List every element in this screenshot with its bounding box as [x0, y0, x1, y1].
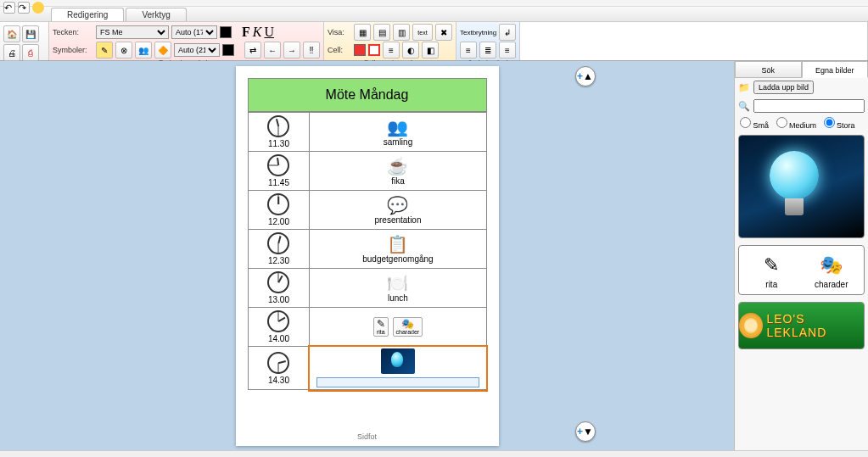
textwrap-label: Textbrytning — [460, 29, 496, 36]
visa-clear-icon[interactable]: ✖ — [435, 24, 452, 41]
lunch-icon: 🍽️ — [311, 273, 484, 293]
main-tabstrip: ↶ ↷ Redigering Verktyg — [0, 7, 868, 22]
size-small-radio[interactable] — [740, 117, 751, 128]
align-right-icon[interactable]: ≡ — [499, 42, 516, 59]
redo-icon[interactable]: ↷ — [18, 2, 30, 14]
fika-icon: ☕ — [311, 156, 484, 176]
fontsize-select[interactable]: Auto (17) — [171, 25, 217, 39]
upload-folder-icon[interactable]: 📁 — [738, 82, 750, 93]
table-row: 14.00 ✎rita 🎭charader — [248, 308, 486, 347]
cell-text-input[interactable] — [316, 377, 479, 387]
schedule-table: 11.30👥samling 11.45☕fika 12.00💬presentat… — [248, 112, 487, 390]
tab-verktyg[interactable]: Verktyg — [126, 8, 186, 21]
inserted-image-thumb[interactable] — [381, 348, 415, 374]
undo-icon[interactable]: ↶ — [3, 2, 15, 14]
sym-color-swatch[interactable] — [222, 44, 234, 56]
add-row-bottom-button[interactable]: +▼ — [575, 421, 596, 442]
image-search-input[interactable] — [753, 99, 865, 113]
visa-1-icon[interactable]: ▦ — [354, 24, 371, 41]
rita-icon: ✎ — [744, 251, 799, 280]
right-panel: Sök Egna bilder 📁 Ladda upp bild 🔍 × Små… — [734, 61, 868, 450]
charader-icon: 🎭 — [804, 251, 860, 280]
image-card-lekland[interactable]: LEO'S LEKLAND — [738, 302, 865, 349]
underline-button[interactable]: U — [264, 25, 274, 40]
tab-sok[interactable]: Sök — [735, 61, 802, 78]
clock-icon — [267, 232, 289, 254]
cell-border-style-icon[interactable]: ≡ — [383, 42, 400, 59]
visa-2-icon[interactable]: ▤ — [373, 24, 390, 41]
clock-icon — [267, 193, 289, 215]
sym-btn-2[interactable]: ⊗ — [115, 42, 132, 59]
budget-icon: 📋 — [311, 234, 484, 254]
search-icon: 🔍 — [738, 101, 750, 112]
save-icon[interactable]: 💾 — [22, 25, 39, 42]
status-bar — [0, 450, 868, 457]
sym-btn-3[interactable]: 👥 — [135, 42, 152, 59]
cell-border-swatch[interactable] — [368, 44, 380, 56]
align-center-icon[interactable]: ≣ — [479, 42, 496, 59]
upload-button[interactable]: Ladda upp bild — [753, 81, 814, 94]
arrow-swap-icon[interactable]: ⇄ — [244, 42, 261, 59]
table-row: 11.45☕fika — [248, 152, 486, 191]
tecken-label: Tecken: — [53, 28, 93, 36]
home-icon[interactable]: 🏠 — [3, 25, 20, 42]
sym-btn-1[interactable]: ✎ — [96, 42, 113, 59]
text-color-swatch[interactable] — [220, 26, 232, 38]
table-row: 12.00💬presentation — [248, 191, 486, 230]
visa-text-icon[interactable]: text — [412, 24, 433, 41]
image-card-rita-charader[interactable]: ✎rita 🎭charader — [738, 245, 865, 295]
visa-label: Visa: — [328, 28, 351, 36]
tab-redigering[interactable]: Redigering — [51, 8, 124, 21]
page-title[interactable]: Möte Måndag — [248, 78, 487, 112]
table-row: 11.30👥samling — [248, 113, 486, 152]
print-icon[interactable]: 🖨 — [3, 44, 20, 61]
chip-charader: 🎭charader — [393, 317, 423, 337]
font-select[interactable]: FS Me — [96, 25, 169, 39]
clock-icon — [267, 310, 289, 332]
clock-icon — [267, 352, 289, 374]
lightbulb-icon — [770, 151, 819, 217]
page-footer[interactable]: Sidfot — [236, 432, 499, 441]
cell-effect-icon[interactable]: ◧ — [422, 42, 439, 59]
image-card-bulb[interactable] — [738, 135, 865, 238]
align-left-icon[interactable]: ≡ — [460, 42, 477, 59]
info-icon[interactable] — [32, 2, 44, 14]
clock-icon — [267, 271, 289, 293]
size-large-radio[interactable] — [824, 117, 835, 128]
clock-icon — [267, 115, 289, 137]
size-medium-radio[interactable] — [776, 117, 787, 128]
textwrap-icon[interactable]: ↲ — [499, 24, 516, 41]
visa-3-icon[interactable]: ▥ — [393, 24, 410, 41]
italic-button[interactable]: K — [253, 25, 262, 40]
bold-button[interactable]: F — [242, 25, 250, 40]
workspace-canvas[interactable]: Möte Måndag 11.30👥samling 11.45☕fika 12.… — [0, 61, 734, 450]
presentation-icon: 💬 — [311, 195, 484, 215]
table-row: 14.30 — [248, 347, 486, 390]
selected-cell[interactable] — [310, 347, 486, 390]
document-page[interactable]: Möte Måndag 11.30👥samling 11.45☕fika 12.… — [236, 66, 499, 446]
symsize-select[interactable]: Auto (21) — [174, 43, 220, 57]
arrow-left-icon[interactable]: ← — [264, 42, 281, 59]
cell-label: Cell: — [328, 46, 351, 54]
tab-egna-bilder[interactable]: Egna bilder — [802, 61, 869, 78]
arrow-right-icon[interactable]: → — [283, 42, 300, 59]
pdf-icon[interactable]: ⎙ — [22, 44, 39, 61]
cell-fill-swatch[interactable] — [354, 44, 366, 56]
size-radio-group: Små Medium Stora — [735, 115, 868, 131]
add-row-top-button[interactable]: +▲ — [575, 66, 596, 86]
table-row: 13.00🍽️lunch — [248, 269, 486, 308]
window-titlebar — [0, 0, 868, 7]
symboler-label: Symboler: — [53, 46, 93, 54]
samling-icon: 👥 — [311, 117, 484, 137]
cell-shape-icon[interactable]: ◐ — [402, 42, 419, 59]
sym-btn-4[interactable]: 🔶 — [154, 42, 171, 59]
ribbon: 🏠 💾 🖨 ⎙ 📄 Arkiv Tecken: FS Me Auto (17) … — [0, 22, 868, 61]
format-icon[interactable]: ‼ — [303, 42, 320, 59]
chip-rita: ✎rita — [373, 317, 389, 337]
table-row: 12.30📋budgetgenomgång — [248, 230, 486, 269]
lion-icon — [739, 313, 763, 338]
clock-icon — [267, 154, 289, 176]
